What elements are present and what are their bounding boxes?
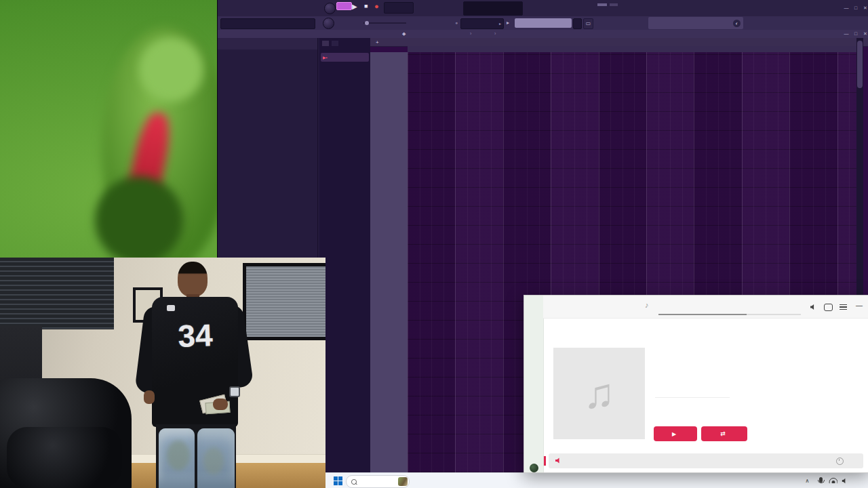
windows-logo-icon — [334, 476, 342, 485]
lock-icon: ● — [455, 20, 458, 25]
jersey-logo-patch — [167, 305, 175, 311]
playlist-minimize-button[interactable]: — — [843, 31, 850, 36]
fl-panel-header-row: ◆ › › — □ ✕ — [218, 30, 868, 38]
playlist-maximize-button[interactable]: □ — [852, 31, 859, 36]
record-button[interactable]: ● — [374, 2, 379, 10]
fl-minimize-button[interactable]: — — [843, 5, 850, 10]
desktop-icon-grid — [0, 0, 217, 258]
taskbar: ∧ — [326, 472, 868, 488]
picker-tab-strip — [322, 41, 367, 46]
update-notification[interactable]: ◐ — [648, 17, 743, 29]
jeans-stain2 — [203, 447, 224, 474]
album-note-icon: ♫ — [583, 369, 615, 418]
notification-globe-icon[interactable]: ◐ — [733, 20, 741, 27]
tray-volume-icon[interactable] — [837, 474, 852, 487]
queue-icon[interactable] — [837, 302, 848, 312]
search-highlight-image[interactable] — [398, 477, 408, 486]
slider-thumb[interactable] — [365, 21, 369, 25]
pattern-selector-value — [515, 18, 572, 19]
pattern-picker-panel: ▶• — [319, 38, 371, 472]
person-hand-left — [144, 390, 155, 404]
stop-button[interactable]: ■ — [364, 3, 368, 9]
playlist-close-button[interactable]: ✕ — [862, 31, 868, 37]
shuffle-icon: ⇄ — [720, 430, 726, 437]
picker-pattern-row[interactable]: ▶• — [321, 53, 369, 62]
playlist-icon: ◆ — [402, 31, 406, 37]
fl-maximize-button[interactable]: □ — [852, 5, 859, 10]
chair-cushion — [7, 427, 122, 488]
person-wristwatch — [229, 386, 240, 397]
media-minimize-button[interactable]: — — [854, 300, 865, 310]
tray-chevron-icon[interactable]: ∧ — [800, 474, 814, 487]
tempo-display[interactable] — [384, 2, 414, 14]
scrollbar-thumb[interactable] — [857, 41, 863, 88]
volume-icon[interactable] — [808, 302, 818, 312]
channel-step-button[interactable]: ▸ — [507, 20, 509, 26]
breadcrumb-arrow2: › — [494, 31, 496, 36]
add-pattern-button[interactable] — [573, 18, 582, 29]
channel-selector-arrow-icon: ▸ — [499, 21, 501, 26]
pattern-selector[interactable] — [515, 18, 572, 28]
mini-progress-fill — [658, 314, 747, 315]
selected-track-bar — [544, 456, 546, 466]
album-art-placeholder: ♫ — [553, 348, 645, 439]
play-icon: ▶ — [672, 431, 676, 437]
jersey-number: 34 — [161, 316, 230, 354]
hint-bar — [220, 18, 315, 29]
master-pitch-knob[interactable] — [323, 18, 334, 29]
memory-meter — [597, 2, 633, 13]
picker-play-icon[interactable]: ▶• — [321, 55, 330, 60]
main-volume-knob[interactable] — [324, 3, 336, 14]
browser-tabs — [218, 38, 317, 49]
track-header-column — [370, 52, 408, 472]
media-maximize-button[interactable]: □ — [865, 300, 868, 310]
pat-song-toggle[interactable] — [336, 2, 352, 10]
fl-close-button[interactable]: ✕ — [862, 5, 868, 11]
account-avatar[interactable] — [530, 464, 538, 472]
jeans-stain — [167, 441, 190, 470]
track-row[interactable] — [549, 453, 863, 468]
search-icon — [351, 479, 357, 485]
start-button[interactable] — [331, 474, 345, 487]
add-track-button[interactable]: + — [376, 39, 379, 45]
title-underline — [655, 397, 730, 398]
hint-text — [221, 19, 315, 20]
breadcrumb-arrow: › — [470, 31, 471, 36]
time-display-panel — [463, 1, 523, 16]
person-hand — [213, 399, 228, 410]
search-box[interactable] — [346, 475, 410, 488]
cpu-bars — [597, 3, 633, 6]
media-titlebar: ♪ — □ — [543, 296, 868, 319]
fl-toolbar-row2: ● ▸ ▸ ▭ ◐ — [218, 16, 868, 30]
play-album-button[interactable]: ▶ — [654, 426, 697, 441]
playing-speaker-icon — [555, 458, 561, 464]
duration-clock-icon — [836, 458, 844, 465]
now-playing-note-icon: ♪ — [645, 301, 649, 309]
lyrics-icon[interactable] — [823, 302, 833, 312]
video-window[interactable]: 34 — [0, 258, 326, 488]
shuffle-slider[interactable] — [363, 22, 406, 24]
fullscreen-preview-icon[interactable]: ▭ — [583, 18, 593, 29]
shuffle-album-button[interactable]: ⇄ — [701, 426, 747, 441]
media-sidebar — [524, 296, 544, 472]
person-head — [178, 262, 208, 297]
fl-titlebar: ▶ ■ ● — □ ✕ — [218, 0, 868, 17]
mini-progress-track[interactable] — [658, 314, 801, 315]
play-button[interactable]: ▶ — [352, 3, 357, 10]
channel-selector[interactable]: ▸ — [460, 18, 504, 29]
media-player-window: ♪ — □ ♫ ▶ ⇄ — [524, 295, 868, 473]
